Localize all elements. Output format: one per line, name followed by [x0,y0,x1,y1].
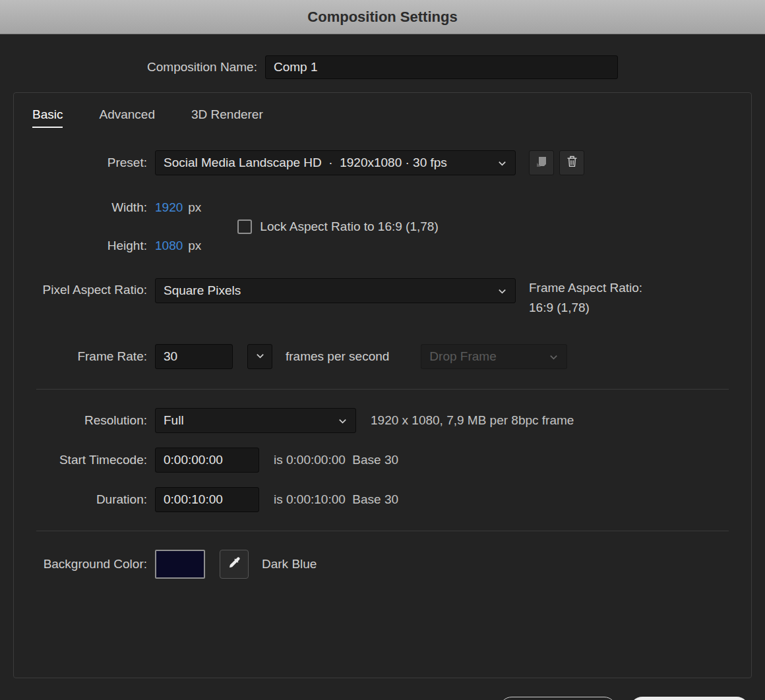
eyedropper-button[interactable] [220,550,249,579]
resolution-label: Resolution: [23,413,147,428]
dialog-titlebar: Composition Settings [0,0,765,34]
duration-label: Duration: [23,492,147,507]
resolution-dropdown[interactable]: Full [155,408,356,433]
composition-name-input[interactable] [265,55,618,79]
footer-buttons: Cancel OK [499,697,749,700]
preset-value: Social Media Landscape HD · 1920x1080 · … [164,156,447,170]
height-row: Height: 1080 px [23,236,201,256]
settings-panel: Basic Advanced 3D Renderer Preset: Socia… [13,92,752,678]
pixel-aspect-dropdown[interactable]: Square Pixels [155,278,516,303]
frame-rate-label: Frame Rate: [23,349,147,364]
tab-3d-renderer[interactable]: 3D Renderer [191,107,263,128]
width-label: Width: [23,200,147,215]
cancel-button[interactable]: Cancel [499,697,617,700]
background-color-swatch[interactable] [155,550,205,579]
width-row: Width: 1920 px [23,198,201,218]
section-divider [36,531,729,531]
drop-frame-value: Drop Frame [429,349,496,364]
trash-icon [565,154,579,171]
frame-aspect-block: Frame Aspect Ratio: 16:9 (1,78) [529,278,642,318]
save-preset-button[interactable] [529,150,554,175]
tab-bar: Basic Advanced 3D Renderer [32,107,742,128]
preset-row: Preset: Social Media Landscape HD · 1920… [23,150,742,175]
tab-basic[interactable]: Basic [32,107,63,128]
ok-button[interactable]: OK [630,697,749,700]
resolution-info: 1920 x 1080, 7,9 MB per 8bpc frame [371,413,574,428]
preset-label: Preset: [23,156,147,170]
background-color-name: Dark Blue [262,557,317,571]
width-unit: px [188,200,201,215]
frame-aspect-label: Frame Aspect Ratio: [529,278,642,298]
dialog-footer: Preview Cancel OK [0,697,765,700]
delete-preset-button[interactable] [559,150,584,175]
start-timecode-input[interactable] [155,448,259,473]
drop-frame-dropdown: Drop Frame [421,344,567,369]
start-timecode-info: is 0:00:00:00 Base 30 [274,453,398,467]
preset-dropdown[interactable]: Social Media Landscape HD · 1920x1080 · … [155,150,516,175]
pixel-aspect-label: Pixel Aspect Ratio: [23,283,147,297]
start-timecode-row: Start Timecode: is 0:00:00:00 Base 30 [23,448,742,473]
duration-info: is 0:00:10:00 Base 30 [274,492,398,507]
composition-name-label: Composition Name: [147,60,257,74]
dimensions-block: Width: 1920 px Height: 1080 px Lock Aspe… [23,198,742,256]
frame-rate-dropdown-button[interactable] [247,344,272,369]
duration-input[interactable] [155,487,259,512]
chevron-down-icon [255,349,265,364]
tab-advanced[interactable]: Advanced [99,107,155,128]
width-value[interactable]: 1920 [155,200,183,215]
pixel-aspect-row: Pixel Aspect Ratio: Square Pixels Frame … [23,278,742,318]
lock-aspect-label: Lock Aspect Ratio to 16:9 (1,78) [260,219,438,234]
resolution-row: Resolution: Full 1920 x 1080, 7,9 MB per… [23,408,742,433]
background-color-label: Background Color: [23,557,147,571]
lock-aspect-group: Lock Aspect Ratio to 16:9 (1,78) [237,219,438,234]
background-color-row: Background Color: Dark Blue [23,550,742,579]
chevron-down-icon [497,158,507,168]
start-timecode-label: Start Timecode: [23,453,147,467]
frames-per-second-label: frames per second [286,349,389,364]
frame-rate-input[interactable] [155,344,233,369]
height-unit: px [188,239,201,253]
height-value[interactable]: 1080 [155,239,183,253]
duration-row: Duration: is 0:00:10:00 Base 30 [23,487,742,512]
composition-name-row: Composition Name: [0,54,765,80]
chevron-down-icon [497,286,507,296]
height-label: Height: [23,239,147,253]
frame-aspect-value: 16:9 (1,78) [529,298,642,318]
save-preset-icon [535,155,548,171]
lock-aspect-checkbox[interactable] [237,219,252,234]
eyedropper-icon [227,556,241,573]
section-divider [36,389,729,390]
frame-rate-row: Frame Rate: frames per second Drop Frame [23,344,742,369]
dialog-title: Composition Settings [307,9,457,26]
chevron-down-icon [549,352,559,362]
chevron-down-icon [338,416,348,426]
resolution-value: Full [164,413,184,428]
pixel-aspect-value: Square Pixels [164,283,241,298]
